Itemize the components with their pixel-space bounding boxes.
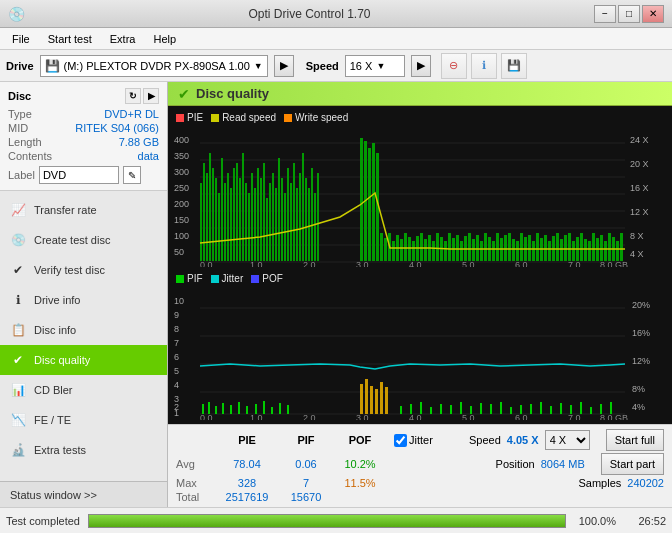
- svg-text:16%: 16%: [632, 328, 650, 338]
- svg-text:100: 100: [174, 231, 189, 241]
- sidebar-label-disc-quality: Disc quality: [34, 354, 90, 366]
- menu-start-test[interactable]: Start test: [40, 31, 100, 47]
- sidebar-item-create-test-disc[interactable]: 💿 Create test disc: [0, 225, 167, 255]
- disc-erase-button[interactable]: ⊖: [441, 53, 467, 79]
- speed-dropdown-icon: ▼: [376, 61, 385, 71]
- mid-value: RITEK S04 (066): [75, 122, 159, 134]
- svg-text:2.0: 2.0: [303, 260, 316, 267]
- sidebar-item-drive-info[interactable]: ℹ Drive info: [0, 285, 167, 315]
- start-part-button[interactable]: Start part: [601, 453, 664, 475]
- disc-expand-button[interactable]: ▶: [143, 88, 159, 104]
- menu-help[interactable]: Help: [145, 31, 184, 47]
- svg-rect-96: [496, 233, 499, 261]
- svg-rect-105: [532, 241, 535, 261]
- svg-rect-48: [278, 158, 280, 261]
- speed-selector[interactable]: 16 X ▼: [345, 55, 405, 77]
- svg-text:0.0: 0.0: [200, 413, 213, 420]
- svg-rect-28: [218, 193, 220, 261]
- window-controls: − □ ✕: [594, 5, 664, 23]
- svg-rect-162: [238, 402, 240, 414]
- disc-refresh-button[interactable]: ↻: [125, 88, 141, 104]
- svg-text:250: 250: [174, 183, 189, 193]
- status-window-button[interactable]: Status window >>: [0, 481, 167, 507]
- chart2-legend: PIF Jitter POF: [172, 271, 668, 286]
- label-edit-button[interactable]: ✎: [123, 166, 141, 184]
- pie-chart-container: 400 350 300 250 200 150 100 50 24 X 20 X…: [172, 129, 668, 267]
- drive-selector[interactable]: 💾 (M:) PLEXTOR DVDR PX-890SA 1.00 ▼: [40, 55, 268, 77]
- menu-extra[interactable]: Extra: [102, 31, 144, 47]
- svg-rect-78: [424, 239, 427, 261]
- svg-text:300: 300: [174, 167, 189, 177]
- status-window-label: Status window >>: [10, 489, 97, 501]
- svg-text:150: 150: [174, 215, 189, 225]
- close-button[interactable]: ✕: [642, 5, 664, 23]
- svg-rect-160: [222, 403, 224, 414]
- svg-rect-115: [572, 241, 575, 261]
- svg-text:1.0: 1.0: [250, 260, 263, 267]
- svg-rect-56: [302, 153, 304, 261]
- svg-text:350: 350: [174, 151, 189, 161]
- svg-rect-24: [206, 173, 208, 261]
- disc-info-button[interactable]: ℹ: [471, 53, 497, 79]
- svg-rect-84: [448, 233, 451, 261]
- jitter-label: Jitter: [409, 434, 433, 446]
- maximize-button[interactable]: □: [618, 5, 640, 23]
- pif-legend-label: PIF: [187, 273, 203, 284]
- svg-text:3.0: 3.0: [356, 260, 369, 267]
- svg-rect-123: [604, 241, 607, 261]
- sidebar-label-drive-info: Drive info: [34, 294, 80, 306]
- svg-rect-80: [432, 241, 435, 261]
- svg-text:8.0 GB: 8.0 GB: [600, 260, 628, 267]
- svg-rect-68: [384, 238, 387, 261]
- contents-label: Contents: [8, 150, 52, 162]
- svg-rect-126: [616, 241, 619, 261]
- svg-text:20 X: 20 X: [630, 159, 649, 169]
- menu-file[interactable]: File: [4, 31, 38, 47]
- app-icon: 💿: [8, 6, 25, 22]
- svg-rect-104: [528, 235, 531, 261]
- sidebar-item-verify-test-disc[interactable]: ✔ Verify test disc: [0, 255, 167, 285]
- speed-select-stat[interactable]: 4 X 8 X 16 X: [545, 430, 590, 450]
- svg-rect-33: [233, 168, 235, 261]
- svg-text:7.0: 7.0: [568, 413, 581, 420]
- sidebar-item-extra-tests[interactable]: 🔬 Extra tests: [0, 435, 167, 465]
- samples-value: 240202: [627, 477, 664, 489]
- svg-rect-23: [203, 163, 205, 261]
- svg-rect-191: [560, 403, 562, 414]
- sidebar-item-transfer-rate[interactable]: 📈 Transfer rate: [0, 195, 167, 225]
- drive-eject-button[interactable]: ▶: [274, 55, 294, 77]
- drive-value: (M:) PLEXTOR DVDR PX-890SA 1.00: [64, 60, 250, 72]
- status-text: Test completed: [6, 515, 80, 527]
- sidebar-item-disc-info[interactable]: 📋 Disc info: [0, 315, 167, 345]
- jitter-checkbox-label[interactable]: Jitter: [394, 434, 433, 447]
- app-title: Opti Drive Control 1.70: [25, 7, 594, 21]
- save-button[interactable]: 💾: [501, 53, 527, 79]
- svg-rect-41: [257, 168, 259, 261]
- svg-text:2.0: 2.0: [303, 413, 316, 420]
- svg-text:12 X: 12 X: [630, 207, 649, 217]
- sidebar-label-fe-te: FE / TE: [34, 414, 71, 426]
- jitter-checkbox[interactable]: [394, 434, 407, 447]
- svg-rect-52: [290, 183, 292, 261]
- pif-chart-container: 10 9 8 7 6 5 4 3 2 1 20% 16% 12% 8% 4%: [172, 290, 668, 420]
- sidebar-label-verify-test-disc: Verify test disc: [34, 264, 105, 276]
- svg-rect-93: [484, 233, 487, 261]
- avg-label: Avg: [176, 458, 212, 470]
- speed-apply-button[interactable]: ▶: [411, 55, 431, 77]
- minimize-button[interactable]: −: [594, 5, 616, 23]
- sidebar-item-cd-bler[interactable]: 📊 CD Bler: [0, 375, 167, 405]
- pif-chart-svg: 10 9 8 7 6 5 4 3 2 1 20% 16% 12% 8% 4%: [172, 290, 662, 420]
- start-full-button[interactable]: Start full: [606, 429, 664, 451]
- label-label: Label: [8, 169, 35, 181]
- position-value: 8064 MB: [541, 458, 585, 470]
- svg-rect-72: [400, 239, 403, 261]
- sidebar-item-disc-quality[interactable]: ✔ Disc quality: [0, 345, 167, 375]
- svg-text:1.0: 1.0: [250, 413, 263, 420]
- svg-text:8%: 8%: [632, 384, 645, 394]
- label-input[interactable]: [39, 166, 119, 184]
- svg-rect-194: [590, 407, 592, 414]
- sidebar-item-fe-te[interactable]: 📉 FE / TE: [0, 405, 167, 435]
- svg-rect-185: [500, 402, 502, 414]
- svg-rect-101: [516, 241, 519, 261]
- content-header: ✔ Disc quality: [168, 82, 672, 106]
